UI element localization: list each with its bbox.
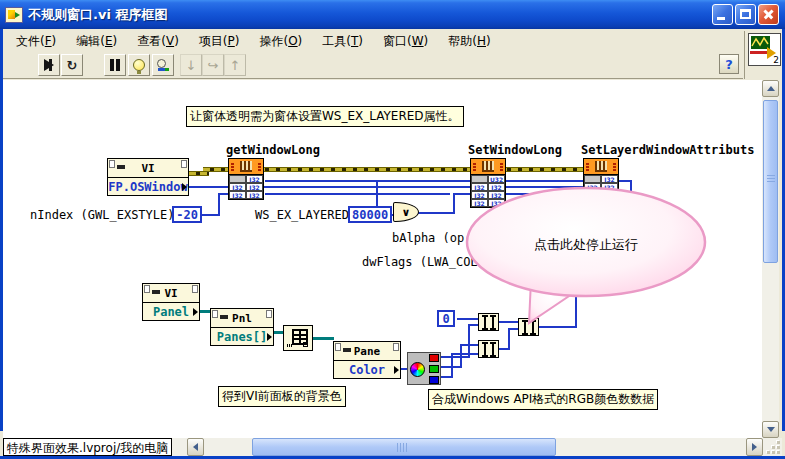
wire-pane-ref — [313, 337, 334, 340]
arrow-down-icon — [767, 427, 775, 432]
resize-grip[interactable] — [766, 439, 781, 455]
step-out-button[interactable]: ↑ — [224, 54, 246, 76]
color-wheel-icon — [410, 362, 425, 377]
scroll-right-button[interactable] — [746, 438, 763, 456]
retain-wire-values-button[interactable] — [152, 54, 174, 76]
maximize-icon — [740, 9, 751, 19]
blue-component-icon — [429, 376, 439, 384]
window-border — [0, 0, 3, 431]
property-node-pnl-panes[interactable]: Pnl Panes[] — [210, 308, 274, 346]
call-library-icon — [228, 158, 264, 175]
vertical-scrollbar[interactable] — [762, 80, 779, 438]
wire-blue — [451, 353, 479, 355]
step-into-icon: ↓ — [186, 58, 197, 73]
comment-transparent[interactable]: 让窗体透明需为窗体设置WS_EX_LAYERED属性。 — [186, 106, 464, 127]
output-arrow-icon — [193, 308, 198, 316]
constant-ws-ex-layered[interactable]: 80000 — [348, 206, 392, 223]
bubble-text: 点击此处停止运行 — [486, 236, 686, 254]
horizontal-scroll-thumb[interactable] — [252, 438, 556, 456]
lightbulb-icon — [133, 59, 145, 71]
step-over-icon: ↪ — [208, 58, 219, 73]
output-arrow-icon — [394, 366, 399, 374]
vi-icon[interactable]: 2 — [748, 33, 781, 66]
run-icon — [44, 59, 54, 71]
minimize-button[interactable] — [712, 4, 733, 25]
index-array-node[interactable] — [283, 325, 313, 351]
green-component-icon — [429, 365, 439, 373]
property-node-pane-color[interactable]: Pane Color — [333, 341, 401, 379]
menu-project[interactable]: 项目(P) — [190, 31, 249, 52]
execution-target-indicator[interactable]: 特殊界面效果.lvproj/我的电脑 — [3, 438, 172, 456]
title-bar[interactable]: 不规则窗口.vi 程序框图 — [0, 0, 785, 29]
pause-button[interactable] — [104, 54, 126, 76]
wire-red — [441, 356, 470, 358]
wire-blue — [451, 353, 453, 378]
vi-server-icon — [152, 290, 160, 294]
arrow-left-icon — [193, 443, 198, 451]
maximize-button[interactable] — [735, 4, 756, 25]
red-component-icon — [429, 354, 439, 362]
wire-gwl — [218, 193, 220, 216]
pause-icon — [110, 59, 120, 71]
dll-node-getwindowlong[interactable]: getWindowLong I32 I32I32 I32I32 — [228, 158, 264, 200]
vi-app-icon — [5, 7, 23, 23]
arrow-right-icon — [752, 443, 757, 451]
speech-bubble — [453, 180, 713, 330]
run-continuously-icon: ↻ — [67, 58, 78, 73]
call-library-icon — [470, 158, 506, 175]
wire-green — [460, 344, 479, 346]
close-button[interactable] — [758, 4, 779, 25]
label-ws-ex-layered: WS_EX_LAYERED — [255, 208, 349, 222]
vi-icon-panel: 2 — [744, 31, 783, 79]
step-out-icon: ↑ — [230, 58, 241, 73]
error-wire — [203, 167, 615, 172]
vi-server-icon — [117, 165, 125, 169]
arrow-up-icon — [767, 86, 775, 91]
run-button[interactable] — [38, 54, 60, 76]
comment-rgb[interactable]: 合成Windows API格式的RGB颜色数数据 — [428, 389, 658, 410]
or-function-node[interactable]: ∨ — [393, 202, 419, 222]
menu-tools[interactable]: 工具(T) — [313, 31, 372, 52]
comment-get-bg[interactable]: 得到VI前面板的背景色 — [218, 386, 346, 407]
color-to-rgb-node[interactable] — [407, 352, 441, 385]
constant-gwl-exstyle[interactable]: -20 — [172, 206, 202, 223]
call-library-icon — [583, 158, 619, 175]
probe-icon — [157, 59, 169, 71]
highlight-execution-button[interactable] — [128, 54, 150, 76]
wire-join2-out — [508, 328, 510, 350]
help-icon: ? — [725, 57, 733, 72]
menu-file[interactable]: 文件(F) — [7, 31, 65, 52]
toolbar: ↻ ↓ ↪ ↑ — [3, 52, 743, 79]
wire-nindex-pass — [265, 193, 450, 195]
run-continuously-button[interactable]: ↻ — [61, 54, 83, 76]
vi-server-icon — [343, 348, 351, 352]
or-icon: ∨ — [402, 206, 411, 219]
menu-help[interactable]: 帮助(H) — [439, 31, 499, 52]
scroll-down-button[interactable] — [762, 421, 779, 438]
context-help-button[interactable]: ? — [719, 54, 739, 74]
horizontal-scrollbar-row: 特殊界面效果.lvproj/我的电脑 — [3, 438, 782, 456]
vi-server-icon — [220, 315, 228, 319]
label-nindex: nIndex (GWL_EXSTYLE) — [30, 208, 175, 222]
labview-block-diagram-window: 不规则窗口.vi 程序框图 文件(F) 编辑(E) 查看(V) 项目(P) 操作… — [0, 0, 785, 459]
block-diagram-canvas[interactable]: 让窗体透明需为窗体设置WS_EX_LAYERED属性。 VI FP.OSWind… — [3, 80, 762, 438]
property-node-vi-panel[interactable]: VI Panel — [142, 283, 200, 321]
join-numbers-node[interactable] — [478, 340, 499, 358]
scroll-left-button[interactable] — [187, 438, 204, 456]
menu-edit[interactable]: 编辑(E) — [67, 31, 126, 52]
menu-window[interactable]: 窗口(W) — [374, 31, 437, 52]
wire-green — [460, 344, 462, 368]
scroll-up-button[interactable] — [762, 80, 779, 97]
minimize-icon — [717, 17, 725, 20]
output-arrow-icon — [182, 183, 187, 191]
step-over-button[interactable]: ↪ — [202, 54, 224, 76]
step-into-button[interactable]: ↓ — [180, 54, 202, 76]
menu-operate[interactable]: 操作(O) — [250, 31, 311, 52]
property-node-vi-fposwindow[interactable]: VI FP.OSWindow — [107, 158, 189, 196]
wire-or-out — [417, 212, 455, 214]
menu-view[interactable]: 查看(V) — [128, 31, 188, 52]
output-arrow-icon — [267, 333, 272, 341]
vi-icon-badge: 2 — [773, 55, 779, 65]
join-icon — [482, 342, 488, 357]
vertical-scroll-thumb[interactable] — [763, 100, 778, 263]
